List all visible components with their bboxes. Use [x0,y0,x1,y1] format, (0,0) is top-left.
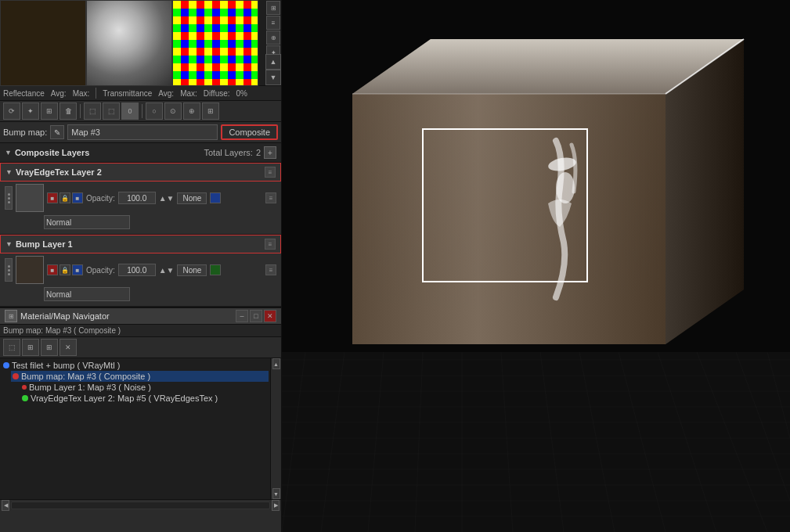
layer-header-1[interactable]: ▼ VrayEdgeTex Layer 2 ≡ [0,163,281,182]
layer1-none-btn[interactable]: None [177,192,207,204]
diffuse-value: 0% [236,89,247,98]
minimize-btn[interactable]: – [236,310,248,322]
layer2-drag[interactable] [5,258,13,282]
drag-dot [8,265,10,268]
layer1-name: VrayEdgeTex Layer 2 [16,167,102,177]
side-icon-3[interactable]: ⊕ [266,31,280,45]
layer2-icon-red[interactable]: ■ [47,264,58,275]
tool-copy[interactable]: ⬚ [84,102,101,120]
drag-dot [8,273,10,275]
bump-map-row: Bump map: ✎ Map #3 Composite [0,122,281,143]
layer1-collapse[interactable]: ▼ [5,168,13,176]
composite-button[interactable]: Composite [221,124,278,140]
left-panel: ⊞ ≡ ⊕ ✦ ◈ ▲ ▼ Reflectance Avg: Max: Tran… [0,0,282,532]
tree-item-composite[interactable]: Bump map: Map #3 ( Composite ) [11,371,269,382]
refl-max-label: Max: [73,89,90,98]
layer1-drag[interactable] [5,186,13,210]
layer2-none-btn[interactable]: None [177,264,207,276]
composite-header: ▼ Composite Layers Total Layers: 2 + [0,143,281,163]
layer1-icon-lock[interactable]: 🔒 [60,192,70,203]
nav-tree-area: Test filet + bump ( VRayMtl ) Bump map: … [0,358,281,499]
tool-plus[interactable]: ⊕ [183,102,200,120]
bump-map-select[interactable]: Map #3 [67,124,218,140]
scroll-up[interactable]: ▲ [272,358,280,369]
tool-circle[interactable]: ○ [146,102,163,120]
svg-rect-31 [352,94,666,344]
left-panel-content: ⊞ ≡ ⊕ ✦ ◈ ▲ ▼ Reflectance Avg: Max: Tran… [0,0,281,532]
layer-header-2[interactable]: ▼ Bump Layer 1 ≡ [0,235,281,253]
layer1-icon-blue[interactable]: ■ [72,192,83,203]
toolbar-separator-2 [142,104,142,118]
nav-tool-4[interactable]: ✕ [60,339,77,356]
layer2-opacity-label: Opacity: [86,266,115,275]
navigator-titlebar: ⊞ Material/Map Navigator – □ ✕ [0,308,281,325]
tree-dot-red-small [22,385,27,390]
tree-item-bump-layer[interactable]: Bump Layer 1: Map #3 ( Noise ) [20,382,269,393]
ref-row: Reflectance Avg: Max: Transmittance Avg:… [0,86,281,101]
nav-hscrollbar: ◀ ▶ [0,499,281,510]
tool-zero[interactable]: 0 [121,102,139,120]
reflectance-label: Reflectance [3,89,45,98]
layer2-name: Bump Layer 1 [16,239,73,249]
layer2-icon-blue[interactable]: ■ [72,264,83,275]
scroll-up-btn[interactable]: ▲ [265,54,281,70]
hscroll-right[interactable]: ▶ [272,500,280,511]
collapse-arrow[interactable]: ▼ [5,149,12,156]
layer1-blend-mode[interactable]: Normal [44,215,130,229]
side-icon-2[interactable]: ≡ [266,16,280,30]
layer2-blend-mode[interactable]: Normal [44,287,130,301]
scroll-down[interactable]: ▼ [272,488,280,499]
tool-star[interactable]: ✦ [22,102,39,120]
layer1-controls: ■ 🔒 ■ Opacity: ▲▼ None ≡ [0,182,281,234]
layer2-opacity-arrow[interactable]: ▲▼ [159,266,175,275]
scroll-down-btn[interactable]: ▼ [265,70,281,85]
upper-panel: ⊞ ≡ ⊕ ✦ ◈ ▲ ▼ Reflectance Avg: Max: Tran… [0,0,281,307]
layer1-color-swatch[interactable] [210,192,221,203]
layer1-opacity-input[interactable] [118,192,156,204]
layer-block-1: ▼ VrayEdgeTex Layer 2 ≡ [0,163,281,235]
diffuse-label: Diffuse: [204,89,230,98]
layer2-controls: ■ 🔒 ■ Opacity: ▲▼ None ≡ [0,253,281,306]
side-icon-1[interactable]: ⊞ [266,1,280,15]
close-btn[interactable]: ✕ [264,310,276,322]
layer2-collapse[interactable]: ▼ [5,240,13,248]
maximize-btn[interactable]: □ [250,310,262,322]
layer1-expand[interactable]: ≡ [265,167,276,178]
layer1-thumb [16,184,44,212]
layer1-side-expand[interactable]: ≡ [265,192,276,203]
layer2-bottom: Normal [5,286,276,301]
tool-grid[interactable]: ⊞ [41,102,58,120]
nav-tool-2[interactable]: ⊞ [22,339,39,356]
viewport [282,0,790,532]
tool-target[interactable]: ⊙ [164,102,182,120]
bump-map-label: Bump map: [3,128,47,137]
tree-dot-red [13,373,19,379]
thumbnail-checker[interactable] [172,0,258,86]
nav-tool-1[interactable]: ⬚ [3,339,20,356]
tool-delete[interactable]: 🗑 [60,102,77,120]
thumbnail-sphere[interactable] [86,0,172,86]
eyedropper-btn[interactable]: ✎ [50,125,64,139]
tool-paste[interactable]: ⬚ [103,102,120,120]
nav-scrollbar: ▲ ▼ [270,358,281,499]
add-layer-btn[interactable]: + [264,146,276,159]
refl-avg-label: Avg: [51,89,67,98]
layer2-color-swatch[interactable] [210,264,221,275]
layer2-expand[interactable]: ≡ [265,239,276,250]
tree-bump-label: Bump Layer 1: Map #3 ( Noise ) [29,383,151,392]
tool-cycle[interactable]: ⟳ [3,102,20,120]
navigator-title-area: ⊞ Material/Map Navigator [5,310,110,322]
layer2-opacity-input[interactable] [118,264,156,276]
layer1-icon-red[interactable]: ■ [47,192,58,203]
tool-grid2[interactable]: ⊞ [202,102,219,120]
navigator-panel: ⊞ Material/Map Navigator – □ ✕ Bump map:… [0,307,281,510]
hscroll-left[interactable]: ◀ [2,500,9,511]
tree-item-vray-edges[interactable]: VrayEdgeTex Layer 2: Map #5 ( VRayEdgesT… [20,393,269,404]
nav-tool-3[interactable]: ⊞ [41,339,58,356]
layer2-icon-lock[interactable]: 🔒 [60,264,70,275]
layer2-side-expand[interactable]: ≡ [265,264,276,275]
thumbnail-dark[interactable] [0,0,86,86]
tree-item-root[interactable]: Test filet + bump ( VRayMtl ) [2,360,269,371]
drag-dot [8,193,10,196]
layer1-opacity-arrow[interactable]: ▲▼ [159,194,175,203]
